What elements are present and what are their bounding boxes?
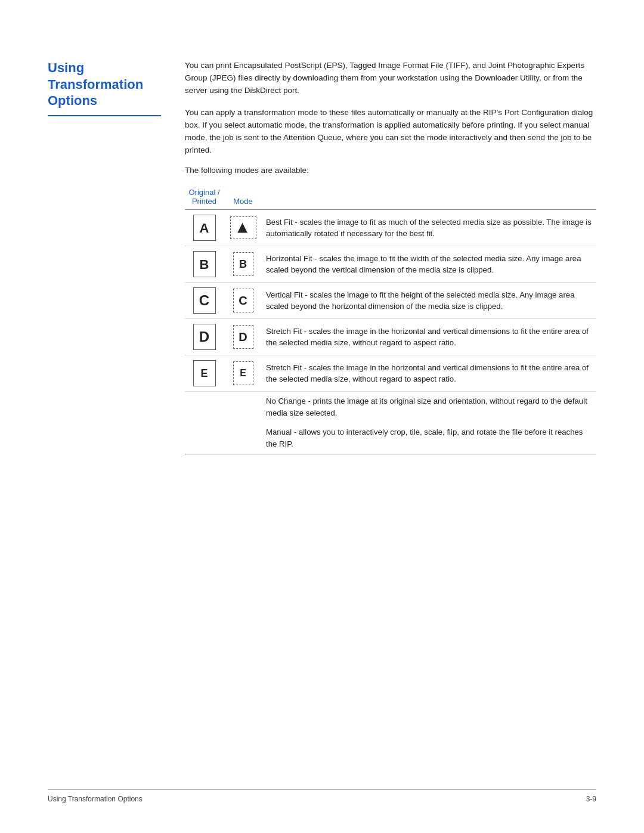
table-row-b: B B Horizontal Fit - scales the image to… (185, 246, 596, 283)
table-row-manual: Manual - allows you to interactively cro… (185, 423, 596, 454)
desc-nochange: No Change - prints the image at its orig… (262, 392, 596, 423)
page-footer: Using Transformation Options 3-9 (48, 789, 596, 803)
header-desc (262, 185, 596, 210)
right-column: You can print Encapsulated PostScript (E… (179, 60, 596, 454)
following-modes: The following modes are available: (185, 166, 596, 175)
orig-letter-c: C (185, 283, 224, 319)
desc-b: Horizontal Fit - scales the image to fit… (262, 246, 596, 283)
empty-orig-manual (185, 423, 224, 454)
print-box-d: D (233, 325, 253, 349)
orig-box-d: D (193, 324, 216, 350)
heading-rule (48, 115, 161, 116)
heading-line3: Options (48, 93, 97, 108)
orig-box-a: A (193, 215, 216, 241)
desc-d: Stretch Fit - scales the image in the ho… (262, 319, 596, 355)
empty-orig-nochange (185, 392, 224, 423)
heading-line1: Using (48, 60, 84, 75)
print-letter-a: ◀ (224, 210, 262, 246)
page: Using Transformation Options You can pri… (0, 0, 644, 833)
desc-manual: Manual - allows you to interactively cro… (262, 423, 596, 454)
section-heading: Using Transformation Options (48, 60, 161, 109)
header-original: Original / Printed (185, 185, 224, 210)
left-column: Using Transformation Options (48, 60, 179, 454)
orig-box-c: C (193, 287, 216, 314)
print-letter-d: D (224, 319, 262, 355)
desc-e-stretch: Stretch Fit - scales the image in the ho… (262, 355, 596, 392)
print-box-e: E (233, 361, 253, 385)
print-box-a: ◀ (230, 216, 256, 239)
orig-box-e: E (193, 360, 216, 386)
modes-table: Original / Printed Mode (185, 185, 596, 454)
orig-box-b: B (193, 251, 216, 277)
table-row-e: E E Stretch Fit - scales the image in th… (185, 355, 596, 392)
table-row-d: D D Stretch Fit - scales the image in th… (185, 319, 596, 355)
footer-left: Using Transformation Options (48, 795, 143, 803)
table-header: Original / Printed Mode (185, 185, 596, 210)
print-box-b: B (233, 252, 253, 276)
desc-c: Vertical Fit - scales the image to fit t… (262, 283, 596, 319)
print-letter-e: E (224, 355, 262, 392)
orig-letter-a: A (185, 210, 224, 246)
table-row-c: C C Vertical Fit - scales the image to f… (185, 283, 596, 319)
empty-print-manual (224, 423, 262, 454)
table-row-nochange: No Change - prints the image at its orig… (185, 392, 596, 423)
body-para-1: You can print Encapsulated PostScript (E… (185, 60, 596, 97)
table-bottom-border (185, 454, 596, 454)
orig-letter-d: D (185, 319, 224, 355)
body-para-2: You can apply a transformation mode to t… (185, 107, 596, 157)
print-letter-c: C (224, 283, 262, 319)
footer-right: 3-9 (586, 795, 596, 803)
orig-letter-b: B (185, 246, 224, 283)
header-mode: Mode (224, 185, 262, 210)
heading-line2: Transformation (48, 77, 143, 92)
table-row-a: A ◀ Best Fit - scales the image to fit a… (185, 210, 596, 246)
content-area: Using Transformation Options You can pri… (48, 60, 596, 454)
desc-a: Best Fit - scales the image to fit as mu… (262, 210, 596, 246)
orig-letter-e: E (185, 355, 224, 392)
print-box-c: C (233, 289, 253, 312)
print-letter-b: B (224, 246, 262, 283)
empty-print-nochange (224, 392, 262, 423)
